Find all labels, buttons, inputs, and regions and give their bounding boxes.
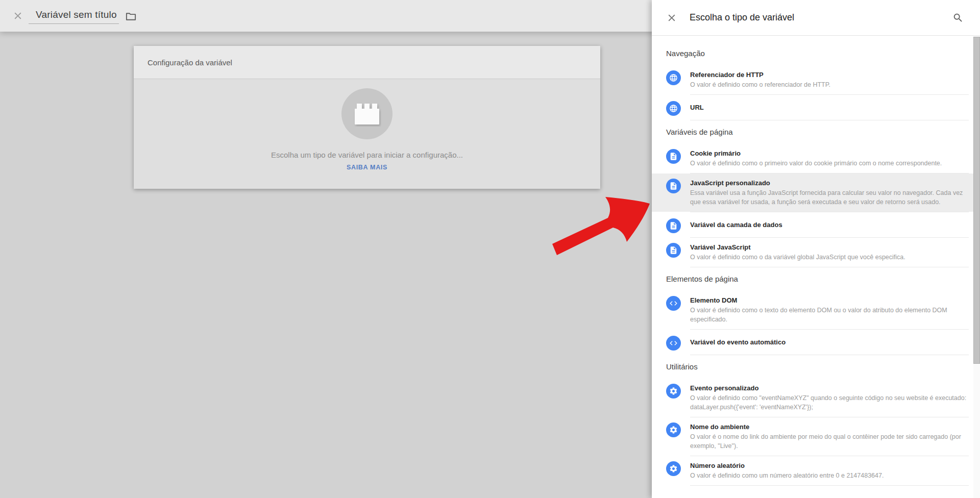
document-icon xyxy=(666,179,681,193)
variable-type-item[interactable]: Referenciador de HTTPO valor é definido … xyxy=(652,65,980,94)
folder-icon[interactable] xyxy=(125,10,137,22)
code-icon xyxy=(666,336,681,351)
panel-title: Escolha o tipo de variável xyxy=(690,12,794,23)
variable-type-description: O valor é definido como o texto do eleme… xyxy=(690,306,967,324)
variable-type-title: Nome do ambiente xyxy=(690,422,967,431)
variable-type-item[interactable]: Número aleatórioO valor é definido como … xyxy=(652,456,980,485)
search-icon[interactable] xyxy=(952,12,964,23)
variable-type-list: NavegaçãoReferenciador de HTTPO valor é … xyxy=(652,36,980,486)
variable-type-item[interactable]: Elemento DOMO valor é definido como o te… xyxy=(652,291,980,329)
variable-type-title: Variável JavaScript xyxy=(690,243,967,252)
section-label: Navegação xyxy=(652,42,980,65)
item-text: URL xyxy=(690,103,967,112)
item-text: Nome do ambienteO valor é o nome do link… xyxy=(690,422,967,451)
variable-type-description: O valor é definido como o primeiro valor… xyxy=(690,159,967,168)
variable-type-item[interactable]: Variável do evento automático xyxy=(652,330,980,355)
document-icon xyxy=(666,149,681,164)
globe-icon xyxy=(666,101,681,116)
item-text: Cookie primárioO valor é definido como o… xyxy=(690,149,967,168)
red-arrow-annotation xyxy=(550,192,652,259)
card-header: Configuração da variável xyxy=(134,46,600,79)
variable-type-item[interactable]: Variável JavaScriptO valor é definido co… xyxy=(652,238,980,267)
variable-type-description: O valor é o nome do link do ambiente por… xyxy=(690,432,967,451)
section-label: Variáveis de página xyxy=(652,120,980,144)
gear-icon xyxy=(666,384,681,399)
close-icon[interactable] xyxy=(666,12,677,23)
variable-type-item[interactable]: Cookie primárioO valor é definido como o… xyxy=(652,144,980,173)
item-text: Variável da camada de dados xyxy=(690,220,967,229)
variable-type-item[interactable]: Nome do ambienteO valor é o nome do link… xyxy=(652,417,980,456)
learn-more-link[interactable]: SAIBA MAIS xyxy=(347,164,387,171)
item-text: Variável do evento automático xyxy=(690,338,967,346)
variable-type-title: URL xyxy=(690,103,967,112)
variable-type-item[interactable]: JavaScript personalizadoEssa variável us… xyxy=(652,173,980,212)
variable-type-item[interactable]: URL xyxy=(652,95,980,120)
item-text: Elemento DOMO valor é definido como o te… xyxy=(690,296,967,324)
variable-type-item[interactable]: Evento personalizadoO valor é definido c… xyxy=(652,379,980,417)
variable-type-description: O valor é definido como o referenciador … xyxy=(690,80,967,89)
code-icon xyxy=(666,296,681,311)
panel-scrollbar xyxy=(973,36,980,498)
scrollbar-thumb[interactable] xyxy=(973,37,980,364)
globe-icon xyxy=(666,70,681,85)
variable-type-description: O valor é definido como "eventNameXYZ" q… xyxy=(690,393,967,412)
variable-type-title: Variável da camada de dados xyxy=(690,220,967,229)
variable-type-panel: Escolha o tipo de variável NavegaçãoRefe… xyxy=(652,0,980,498)
variable-type-title: Referenciador de HTTP xyxy=(690,70,967,79)
divider xyxy=(690,485,969,486)
gear-icon xyxy=(666,422,681,437)
item-text: Referenciador de HTTPO valor é definido … xyxy=(690,70,967,89)
item-text: Variável JavaScriptO valor é definido co… xyxy=(690,243,967,262)
variable-type-item[interactable]: Variável da camada de dados xyxy=(652,212,980,237)
variable-type-description: O valor é definido como um número aleató… xyxy=(690,471,967,480)
section-label: Utilitários xyxy=(652,355,980,379)
variable-configuration-card: Configuração da variável Escolha um tipo… xyxy=(134,46,600,189)
panel-header: Escolha o tipo de variável xyxy=(652,0,980,36)
close-icon[interactable] xyxy=(12,10,23,21)
item-text: Evento personalizadoO valor é definido c… xyxy=(690,384,967,412)
variable-type-description: Essa variável usa a função JavaScript fo… xyxy=(690,188,967,207)
document-icon xyxy=(666,243,681,258)
item-text: JavaScript personalizadoEssa variável us… xyxy=(690,179,967,207)
variable-type-description: O valor é definido como o da variável gl… xyxy=(690,253,967,262)
variable-type-title: JavaScript personalizado xyxy=(690,179,967,187)
configuration-hint: Escolha um tipo de variável para iniciar… xyxy=(134,151,600,159)
item-text: Número aleatórioO valor é definido como … xyxy=(690,461,967,480)
variable-title-input[interactable]: Variável sem título xyxy=(29,8,119,24)
variable-type-title: Cookie primário xyxy=(690,149,967,158)
gear-icon xyxy=(666,461,681,476)
section-label: Elementos de página xyxy=(652,267,980,291)
card-body: Escolha um tipo de variável para iniciar… xyxy=(134,79,600,171)
variable-type-title: Variável do evento automático xyxy=(690,338,967,346)
brick-icon xyxy=(341,88,393,139)
variable-type-title: Número aleatório xyxy=(690,461,967,470)
variable-type-title: Evento personalizado xyxy=(690,384,967,392)
variable-type-title: Elemento DOM xyxy=(690,296,967,305)
document-icon xyxy=(666,218,681,233)
